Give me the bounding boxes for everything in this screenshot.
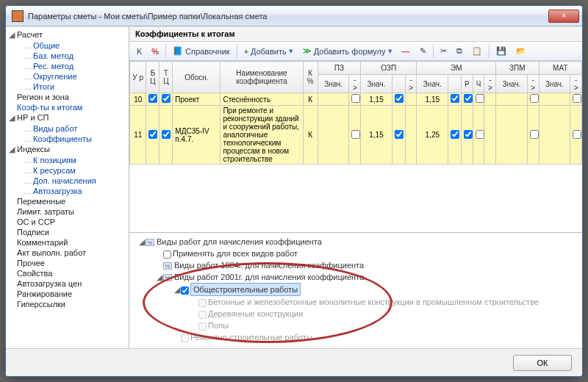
sidebar-item[interactable]: К позициям [7, 155, 127, 165]
sidebar-item[interactable]: Виды работ [7, 123, 127, 134]
work-type-item[interactable]: Деревянные конструкции [135, 308, 576, 320]
col-pz[interactable]: ПЗ [318, 62, 360, 75]
checkbox[interactable] [148, 94, 157, 103]
col-ozp-arr[interactable]: -> [405, 75, 417, 93]
col-ozp-val[interactable]: Знач. [361, 75, 392, 93]
checkbox[interactable] [395, 94, 404, 103]
checkbox[interactable] [163, 251, 171, 259]
checkbox[interactable] [198, 322, 207, 331]
col-tc[interactable]: Т Ц [159, 62, 173, 93]
sidebar-item[interactable]: Общие [7, 40, 127, 51]
sidebar-item[interactable]: Коэффициенты [7, 134, 127, 144]
col-em-r[interactable]: Р [462, 75, 473, 93]
checkbox[interactable] [395, 130, 404, 139]
sidebar-item[interactable]: ОС и ССР [7, 217, 127, 227]
handbook-button[interactable]: 📘Справочник [168, 44, 234, 59]
sidebar-item[interactable]: Прочее [7, 258, 127, 268]
work-type-item[interactable]: Полы [135, 320, 576, 331]
col-em-ch[interactable]: Ч [473, 75, 484, 93]
col-naim[interactable]: Наименование коэффициента [220, 62, 303, 93]
col-zpm-arr[interactable]: -> [527, 75, 539, 93]
checkbox[interactable] [162, 94, 171, 103]
checkbox[interactable] [476, 94, 484, 103]
grid-area[interactable]: У р Б Ц Т Ц Обосн. Наименование коэффици… [129, 61, 582, 232]
sidebar-item[interactable]: Рес. метод [7, 61, 127, 71]
sidebar-item[interactable]: Итоги [7, 82, 127, 92]
work-type-item[interactable]: Бетонные и железобетонные монолитные кон… [135, 296, 576, 308]
checkbox[interactable] [451, 130, 459, 139]
cut-button[interactable]: ✂ [436, 44, 451, 58]
work-type-item[interactable]: Ремонтно-строительные работы [135, 331, 576, 343]
checkbox[interactable] [198, 299, 207, 307]
copy-button[interactable]: ⧉ [452, 44, 467, 58]
col-k[interactable]: К % [303, 62, 318, 93]
sidebar-item[interactable]: Автозагрузка цен [7, 278, 127, 289]
checkbox[interactable] [573, 94, 581, 103]
percent-button[interactable]: % [147, 45, 163, 58]
sidebar-item[interactable]: ◢ Индексы [7, 144, 127, 155]
save-button[interactable]: 💾 [492, 44, 511, 58]
col-ozp[interactable]: ОЗП [361, 62, 417, 75]
col-mat[interactable]: МАТ [539, 62, 581, 75]
col-em-val[interactable]: Знач. [417, 75, 448, 93]
sidebar-item[interactable]: Акт выполн. работ [7, 248, 127, 258]
checkbox[interactable] [476, 130, 484, 139]
add-button[interactable]: +Добавить▾ [240, 44, 298, 58]
sidebar-item[interactable]: Автозагрузка [7, 186, 127, 196]
sidebar-item[interactable]: ◢ НР и СП [7, 112, 127, 123]
col-ur[interactable]: У р [130, 62, 146, 93]
col-mat-val[interactable]: Знач. [539, 75, 570, 93]
checkbox[interactable] [530, 94, 539, 103]
col-em-arr[interactable]: -> [484, 75, 496, 93]
sidebar-item[interactable]: Свойства [7, 268, 127, 278]
col-zpm-val[interactable]: Знач. [496, 75, 528, 93]
sidebar-item[interactable]: Подписи [7, 227, 127, 237]
sidebar-item[interactable]: Регион и зона [7, 92, 127, 102]
add-formula-button[interactable]: ≫Добавить формулу▾ [298, 44, 397, 58]
work-type-item[interactable]: ◢%Виды работ для начисления коэффициента [135, 236, 576, 248]
checkbox[interactable] [351, 130, 360, 139]
checkbox[interactable] [148, 130, 157, 139]
sidebar-item[interactable]: Лимит. затраты [7, 206, 127, 217]
col-zpm[interactable]: ЗПМ [496, 62, 539, 75]
checkbox[interactable] [464, 94, 473, 103]
checkbox[interactable] [198, 311, 207, 319]
sidebar-item[interactable]: Ранжирование [7, 289, 127, 299]
sidebar-item[interactable]: Округление [7, 71, 127, 82]
work-type-item[interactable]: ◢%Виды работ 2001г. для начисления коэфф… [135, 271, 576, 283]
open-button[interactable]: 📂 [512, 44, 531, 58]
checkbox[interactable] [162, 130, 171, 139]
sidebar-item[interactable]: Комментарий [7, 237, 127, 248]
sidebar-item[interactable]: Доп. начисления [7, 176, 127, 186]
sidebar-item[interactable]: К ресурсам [7, 165, 127, 176]
sidebar-item[interactable]: Баз. метод [7, 51, 127, 61]
col-obosn[interactable]: Обосн. [173, 62, 220, 93]
col-ozp-chk[interactable] [392, 75, 405, 93]
col-pz-val[interactable]: Знач. [318, 75, 349, 93]
sidebar-item[interactable]: Переменные [7, 196, 127, 206]
work-type-item[interactable]: %Виды работ 1984г. для начисления коэффи… [135, 259, 576, 271]
ok-button[interactable]: ОК [513, 355, 572, 371]
checkbox[interactable] [451, 94, 459, 103]
remove-button[interactable]: — [398, 45, 415, 58]
sidebar-item[interactable]: ◢ Расчет [7, 29, 127, 40]
col-pz-arr[interactable]: -> [349, 75, 361, 93]
checkbox[interactable] [181, 286, 189, 295]
work-type-item[interactable]: Применять для всех видов работ [135, 248, 576, 259]
paste-button[interactable]: 📋 [467, 44, 487, 58]
work-type-item[interactable]: ◢Общестроительные работы [135, 283, 576, 296]
col-em-chk[interactable] [448, 75, 462, 93]
sidebar-item[interactable]: Коэф-ты к итогам [7, 102, 127, 112]
col-em[interactable]: ЭМ [417, 62, 496, 75]
sidebar-item[interactable]: Гиперссылки [7, 299, 127, 309]
checkbox[interactable] [573, 130, 581, 139]
col-mat-arr[interactable]: -> [570, 75, 582, 93]
table-row[interactable]: 10ПроектСтеснённостьК1,151,15 [130, 93, 582, 106]
table-row[interactable]: 11МДС35-IV п.4.7.При ремонте и реконстру… [130, 106, 582, 165]
sidebar-tree[interactable]: ◢ РасчетОбщиеБаз. методРес. методОкругле… [6, 26, 129, 348]
close-button[interactable]: × [548, 10, 579, 23]
work-types-panel[interactable]: ◢%Виды работ для начисления коэффициента… [129, 232, 582, 348]
k-button[interactable]: K [132, 45, 146, 58]
checkbox[interactable] [351, 94, 360, 103]
checkbox[interactable] [464, 130, 473, 139]
